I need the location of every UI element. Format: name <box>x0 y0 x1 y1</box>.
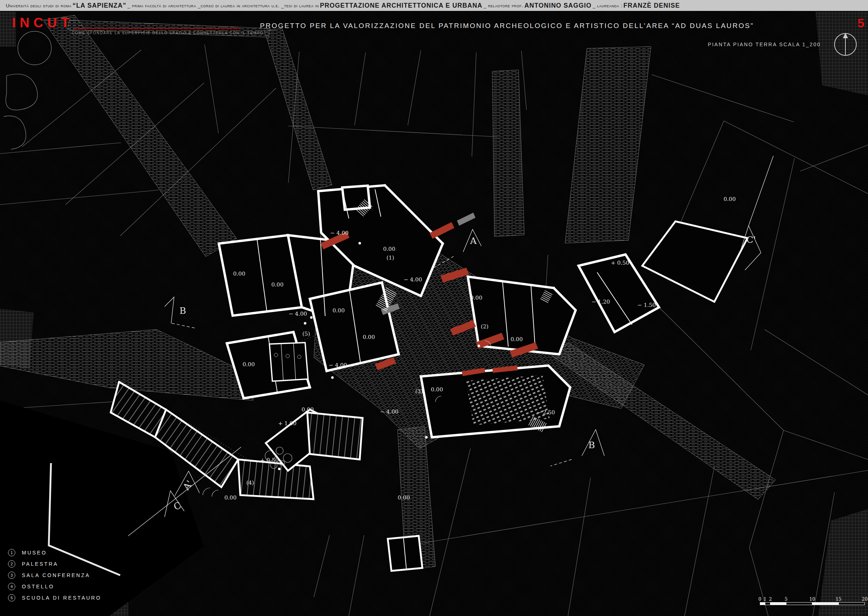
plan-label: (5) <box>302 331 310 337</box>
scale-tick-label: 1 <box>764 596 766 602</box>
legend-row: 4 OSTELLO <box>8 583 128 590</box>
sheet-number: 5 <box>857 16 864 30</box>
plan-label: (1) <box>386 255 394 261</box>
scale-tick-label: 0 <box>758 596 761 602</box>
scale-bar-segment <box>812 602 838 605</box>
legend-row: 2 PALESTRA <box>8 560 128 567</box>
plan-label: + 1.00 <box>278 420 297 427</box>
plan-labels-layer: 0.000.000.00− 4.000.00− 4.000.00− 4.000.… <box>0 0 868 616</box>
header-text-part: ANTONINO SAGGIO <box>524 2 591 9</box>
scale-tick-label: 5 <box>785 596 788 602</box>
scale-tick-label: 2 <box>769 596 772 602</box>
plan-label: − 4.00 <box>289 311 307 317</box>
scale-tick-label: 20 <box>862 596 868 602</box>
scale-bar-segment <box>765 602 771 605</box>
plan-label: − 4.00 <box>329 362 348 368</box>
header-text-part: _ relaotore prof. <box>484 3 523 8</box>
scale-bar-segment <box>786 602 812 605</box>
legend-number-badge: 3 <box>8 572 15 579</box>
scale-bar: 0125101520 <box>760 596 865 608</box>
legend-row: 3 SALA CONFERENZA <box>8 572 128 579</box>
project-title: PROGETTO PER LA VALORIZZAZIONE DEL PATRI… <box>260 22 754 30</box>
scale-bar-segment <box>760 602 765 605</box>
logo-underline <box>74 28 240 29</box>
logo-tagline: COME SFONDARE LA SUPERFICIE DELLO SPAZIO… <box>72 31 264 35</box>
scale-bar-ticks: 0125101520 <box>760 596 865 602</box>
incut-logo: INCUT <box>12 15 73 31</box>
plan-label: 0.00 <box>470 294 482 301</box>
plan-label: B <box>179 305 186 316</box>
plan-label: − 4.00 <box>404 276 422 283</box>
plan-label: 0.00 <box>224 494 236 501</box>
plan-label: − 2.50 <box>537 409 555 416</box>
plan-label: − 4.00 <box>380 409 399 415</box>
legend-label: PALESTRA <box>22 561 58 567</box>
scale-tick-label: 15 <box>836 596 841 602</box>
plan-label: 0.00 <box>271 281 283 288</box>
legend-label: SALA CONFERENZA <box>22 572 90 578</box>
header-text-part: Università degli studi di roma <box>6 3 71 8</box>
scale-bar-segments <box>760 602 865 605</box>
drawing-title: PIANTA PIANO TERRA SCALA 1_200 <box>708 41 821 47</box>
scale-tick-label: 10 <box>809 596 815 602</box>
plan-label: 0.00 <box>242 361 255 368</box>
header-text-part: FRANZÈ DENISE <box>623 2 680 9</box>
plan-label: 0.00 <box>431 386 443 393</box>
plan-label: B <box>588 440 595 450</box>
scale-bar-segment <box>771 602 786 605</box>
legend-label: MUSEO <box>22 550 47 556</box>
header-bar: Università degli studi di roma “LA SAPIE… <box>0 0 868 11</box>
legend-row: 5 SCUOLA DI RESTAURO <box>8 594 128 602</box>
legend-number-badge: 5 <box>8 594 15 602</box>
plan-label: − 1.20 <box>592 299 610 305</box>
presentation-board: Università degli studi di roma “LA SAPIE… <box>0 0 868 616</box>
plan-label: − 4.00 <box>330 230 349 236</box>
plan-label: 0.00 <box>332 307 344 314</box>
header-text-part: _ laureanda : <box>593 3 623 8</box>
header-text-part: “LA SAPIENZA” <box>72 2 126 9</box>
plan-label: 0.00 <box>363 334 375 340</box>
plan-label: 0.00 <box>723 196 736 203</box>
plan-label: C <box>172 500 182 512</box>
plan-label: − 1.50 <box>637 302 656 308</box>
plan-label: A <box>470 236 476 246</box>
plan-label: (4) <box>246 479 254 486</box>
legend-number-badge: 2 <box>8 560 15 567</box>
plan-label: A' <box>181 478 195 492</box>
plan-label: (2) <box>481 323 488 330</box>
legend-number-badge: 1 <box>8 549 15 556</box>
plan-label: 0.00 <box>302 406 313 413</box>
plan-label: 0.00 <box>233 270 245 277</box>
plan-label: (3) <box>415 388 423 394</box>
header-text-part: PROGETTAZIONE ARCHITETTONICA E URBANA <box>320 2 483 9</box>
plan-label: C' <box>746 234 756 245</box>
legend-label: SCUOLA DI RESTAURO <box>22 595 101 601</box>
plan-label: 0.00 <box>398 494 410 501</box>
plan-label: 0.00 <box>511 336 522 343</box>
scale-bar-segment <box>838 602 865 605</box>
plan-label: + 0.50 <box>611 259 629 266</box>
legend: 1 MUSEO 2 PALESTRA 3 SALA CONFERENZA 4 O… <box>8 549 128 605</box>
legend-label: OSTELLO <box>22 584 54 589</box>
plan-label: 0.00 <box>383 246 395 252</box>
legend-number-badge: 4 <box>8 583 15 590</box>
header-text-part: _ prima facoltà di architettura _corso d… <box>127 3 319 8</box>
legend-row: 1 MUSEO <box>8 549 128 556</box>
plan-label: + 0.50 <box>260 457 279 464</box>
